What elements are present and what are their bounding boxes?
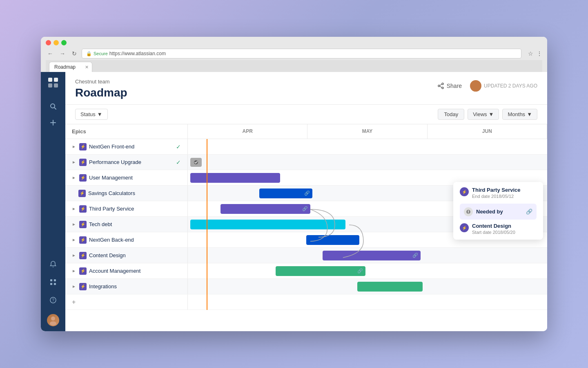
gantt-bar-savings[interactable]: 🔗 [259, 188, 312, 198]
svg-rect-1 [54, 78, 58, 82]
link-icon: 🔗 [357, 268, 363, 274]
back-button[interactable]: ← [46, 49, 55, 58]
epic-label-perf[interactable]: ► ⚡ Performance Upgrade ✓ [65, 155, 188, 170]
epic-label-tech-debt[interactable]: ► ⚡ Tech debt [65, 217, 188, 232]
popup-title-third-party: Third Party Service [472, 187, 537, 193]
gantt-bar-tech-debt[interactable] [190, 220, 345, 229]
svg-rect-9 [50, 279, 52, 281]
svg-point-16 [50, 321, 56, 325]
menu-button[interactable]: ⋮ [537, 50, 542, 57]
toolbar: Status ▼ Today Views ▼ Months ▼ [65, 105, 547, 124]
epic-icon: ⚡ [79, 174, 87, 182]
gantt-bar-content-design[interactable]: 🔗 [323, 251, 421, 260]
svg-line-5 [54, 108, 56, 109]
check-icon: ✓ [176, 159, 181, 166]
chevron-icon: ► [72, 175, 77, 180]
svg-rect-3 [54, 83, 58, 88]
epic-icon: ⚡ [79, 236, 87, 244]
svg-text:?: ? [52, 298, 54, 303]
sidebar-item-help[interactable]: ? [46, 293, 60, 307]
timeline-cell: 🔗 [188, 263, 547, 278]
link-icon: 🔗 [304, 191, 310, 196]
epic-label-account-mgmt[interactable]: ► ⚡ Account Management [65, 263, 188, 278]
chevron-down-icon: ▼ [527, 111, 532, 117]
views-button[interactable]: Views ▼ [468, 109, 499, 120]
today-button[interactable]: Today [438, 109, 464, 120]
timeline-header: Epics APR MAY JUN [65, 124, 547, 139]
epic-label-third-party[interactable]: ► ⚡ Third Party Service [65, 201, 188, 216]
chevron-down-icon: ▼ [489, 111, 494, 117]
epic-icon: ⚡ [79, 143, 87, 150]
timeline-cell: 🔗 [188, 248, 547, 263]
timeline-cell [188, 139, 547, 154]
epic-label-content-design[interactable]: ► ⚡ Content Design [65, 248, 188, 263]
traffic-light-yellow[interactable] [53, 40, 59, 45]
updated-info: UPDATED 2 DAYS AGO [470, 80, 537, 92]
svg-rect-12 [54, 283, 56, 285]
months-button[interactable]: Months ▼ [502, 109, 537, 120]
popup-sub-third-party: End date 2018/05/12 [472, 194, 537, 199]
chevron-icon: ► [72, 222, 77, 227]
month-jun: JUN [428, 124, 547, 139]
dependency-popup: ⚡ Third Party Service End date 2018/05/1… [453, 182, 543, 240]
epic-label-savings[interactable]: ⚡ Savings Calculators [65, 186, 188, 201]
secure-icon: 🔒 [86, 51, 92, 56]
gantt-bar-integrations[interactable] [357, 282, 423, 292]
chevron-icon: ► [72, 206, 77, 211]
add-epic-button[interactable]: + [65, 294, 188, 310]
popup-icon-content-design: ⚡ [460, 223, 469, 232]
popup-title-content-design: Content Design [472, 223, 537, 229]
svg-point-18 [438, 85, 440, 87]
active-tab[interactable]: Roadmap ✕ [49, 62, 92, 72]
header-avatar [470, 80, 481, 92]
share-icon [438, 83, 444, 89]
popup-needed-icon [464, 207, 473, 216]
bookmark-button[interactable]: ☆ [528, 50, 533, 57]
popup-needed-by: Needed by 🔗 [460, 204, 537, 220]
month-apr: APR [188, 124, 307, 139]
status-filter[interactable]: Status ▼ [75, 109, 108, 120]
chevron-icon: ► [72, 284, 77, 289]
gantt-bar-perf[interactable] [190, 158, 202, 167]
page-title: Roadmap [75, 86, 127, 99]
sidebar-item-add[interactable] [46, 115, 60, 130]
chevron-icon: ► [72, 144, 77, 149]
gantt-bar-third-party[interactable]: 🔗 [220, 204, 310, 214]
link-icon: 🔗 [302, 206, 308, 211]
svg-line-21 [440, 86, 442, 88]
timeline-cell [188, 155, 547, 170]
tab-close[interactable]: ✕ [85, 65, 89, 70]
gantt-bar-account-mgmt[interactable]: 🔗 [276, 266, 365, 276]
traffic-light-green[interactable] [61, 40, 67, 45]
epic-icon: ⚡ [79, 221, 87, 228]
epic-label-nextgen-be[interactable]: ► ⚡ NextGen Back-end [65, 232, 188, 247]
refresh-button[interactable]: ↻ [70, 49, 78, 58]
table-row: ► ⚡ Content Design 🔗 [65, 248, 547, 263]
sidebar-item-search[interactable] [46, 99, 60, 114]
gantt-bar-nextgen-be[interactable] [306, 235, 359, 245]
epic-label-integrations[interactable]: ► ⚡ Integrations [65, 279, 188, 294]
check-icon: ✓ [176, 144, 181, 150]
url-bar[interactable]: 🔒 Secure https://www.atlassian.com [82, 49, 521, 58]
svg-point-15 [51, 316, 55, 321]
user-avatar[interactable] [47, 314, 59, 326]
forward-button[interactable]: → [58, 49, 67, 58]
chevron-down-icon: ▼ [97, 111, 102, 117]
link-icon: 🔗 [412, 253, 418, 258]
svg-point-27 [468, 213, 469, 213]
epic-rows: ► ⚡ NextGen Front-end ✓ [65, 139, 547, 310]
epic-label-nextgen-fe[interactable]: ► ⚡ NextGen Front-end ✓ [65, 139, 188, 154]
sidebar-item-notifications[interactable] [46, 257, 60, 272]
traffic-light-red[interactable] [46, 40, 51, 45]
gantt-bar-user-mgmt[interactable] [190, 173, 280, 183]
epic-icon: ⚡ [79, 205, 87, 213]
popup-link-icon[interactable]: 🔗 [526, 209, 532, 215]
roadmap-content: Epics APR MAY JUN ► ⚡ [65, 124, 547, 331]
sidebar-item-apps[interactable] [46, 275, 60, 289]
url-text: https://www.atlassian.com [109, 51, 166, 56]
month-may: MAY [307, 124, 427, 139]
popup-content-design: ⚡ Content Design Start date 2018/05/20 [460, 223, 537, 235]
chevron-icon: ► [72, 160, 77, 164]
share-button[interactable]: Share [434, 81, 465, 91]
epic-label-user-mgmt[interactable]: ► ⚡ User Management [65, 170, 188, 185]
